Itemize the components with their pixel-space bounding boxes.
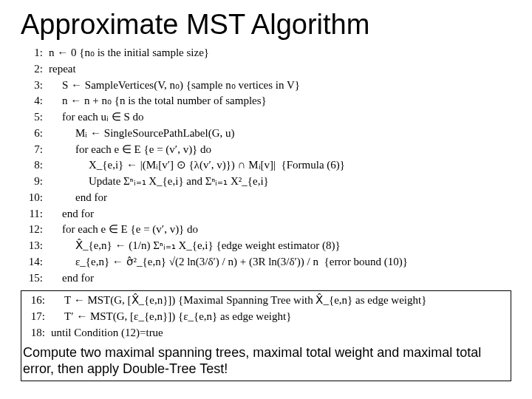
line-code: Update Σⁿᵢ₌₁ X_{e,i} and Σⁿᵢ₌₁ X²_{e,i} bbox=[49, 174, 269, 190]
annotation-note: Compute two maximal spanning trees, maxi… bbox=[23, 344, 506, 378]
algo-line: 18:until Condition (12)=true bbox=[23, 325, 506, 341]
line-code: n ← n + n₀ {n is the total number of sam… bbox=[49, 93, 267, 109]
line-code: S ← SampleVertices(V, n₀) {sample n₀ ver… bbox=[49, 78, 300, 94]
line-number: 18: bbox=[23, 325, 51, 341]
algo-line: 3:S ← SampleVertices(V, n₀) {sample n₀ v… bbox=[21, 78, 511, 94]
algo-line: 17:T′ ← MST(G, [ε_{e,n}]) {ε_{e,n} as ed… bbox=[23, 309, 506, 325]
line-code: Mᵢ ← SingleSourcePathLabel(G, u) bbox=[49, 126, 234, 142]
algorithm-boxed-lines: 16:T ← MST(G, [X̂_{e,n}]) {Maximal Spann… bbox=[23, 293, 506, 341]
algo-line: 16:T ← MST(G, [X̂_{e,n}]) {Maximal Spann… bbox=[23, 293, 506, 309]
page-title: Approximate MST Algorithm bbox=[21, 9, 511, 41]
line-code: until Condition (12)=true bbox=[51, 325, 163, 341]
line-code: for each uᵢ ∈ S do bbox=[49, 109, 144, 126]
line-number: 5: bbox=[21, 109, 49, 126]
line-code: for each e ∈ E {e = (v′, v)} do bbox=[49, 142, 211, 158]
line-number: 16: bbox=[23, 293, 51, 309]
line-code: X_{e,i} ← |(Mᵢ[v′] ⊙ {λ(v′, v)}) ∩ Mᵢ[v]… bbox=[49, 157, 345, 174]
line-number: 9: bbox=[21, 174, 49, 190]
line-code: ε_{e,n} ← σ̂²_{e,n} √(2 ln(3/δ′) / n) + … bbox=[49, 254, 408, 270]
line-code: end for bbox=[49, 270, 94, 287]
line-code: end for bbox=[49, 190, 107, 206]
line-number: 14: bbox=[21, 254, 49, 270]
line-number: 17: bbox=[23, 309, 51, 325]
algo-line: 4:n ← n + n₀ {n is the total number of s… bbox=[21, 93, 511, 109]
line-number: 8: bbox=[21, 157, 49, 174]
line-number: 1: bbox=[21, 45, 49, 61]
line-code: X̂_{e,n} ← (1/n) Σⁿᵢ₌₁ X_{e,i} {edge wei… bbox=[49, 238, 341, 254]
highlight-box: 16:T ← MST(G, [X̂_{e,n}]) {Maximal Spann… bbox=[21, 290, 511, 381]
algorithm-listing: 1:n ← 0 {n₀ is the initial sample size}2… bbox=[21, 45, 511, 286]
line-number: 11: bbox=[21, 206, 49, 222]
line-number: 6: bbox=[21, 126, 49, 142]
algo-line: 13:X̂_{e,n} ← (1/n) Σⁿᵢ₌₁ X_{e,i} {edge … bbox=[21, 238, 511, 254]
algo-line: 12:for each e ∈ E {e = (v′, v)} do bbox=[21, 222, 511, 238]
line-number: 15: bbox=[21, 270, 49, 287]
line-code: T ← MST(G, [X̂_{e,n}]) {Maximal Spanning… bbox=[51, 293, 426, 309]
line-code: n ← 0 {n₀ is the initial sample size} bbox=[49, 45, 209, 61]
algo-line: 11:end for bbox=[21, 206, 511, 222]
line-number: 4: bbox=[21, 93, 49, 109]
line-number: 13: bbox=[21, 238, 49, 254]
algo-line: 8:X_{e,i} ← |(Mᵢ[v′] ⊙ {λ(v′, v)}) ∩ Mᵢ[… bbox=[21, 157, 511, 174]
algo-line: 9:Update Σⁿᵢ₌₁ X_{e,i} and Σⁿᵢ₌₁ X²_{e,i… bbox=[21, 174, 511, 190]
algo-line: 14:ε_{e,n} ← σ̂²_{e,n} √(2 ln(3/δ′) / n)… bbox=[21, 254, 511, 270]
algo-line: 5:for each uᵢ ∈ S do bbox=[21, 109, 511, 126]
line-code: for each e ∈ E {e = (v′, v)} do bbox=[49, 222, 198, 238]
algo-line: 7:for each e ∈ E {e = (v′, v)} do bbox=[21, 142, 511, 158]
line-number: 12: bbox=[21, 222, 49, 238]
algo-line: 1:n ← 0 {n₀ is the initial sample size} bbox=[21, 45, 511, 61]
algo-line: 15:end for bbox=[21, 270, 511, 287]
line-code: end for bbox=[49, 206, 94, 222]
line-number: 10: bbox=[21, 190, 49, 206]
slide: Approximate MST Algorithm 1:n ← 0 {n₀ is… bbox=[0, 0, 532, 381]
line-number: 3: bbox=[21, 78, 49, 94]
algo-line: 10:end for bbox=[21, 190, 511, 206]
line-number: 7: bbox=[21, 142, 49, 158]
algo-line: 2:repeat bbox=[21, 61, 511, 78]
line-code: repeat bbox=[49, 61, 76, 78]
line-code: T′ ← MST(G, [ε_{e,n}]) {ε_{e,n} as edge … bbox=[51, 309, 291, 325]
algo-line: 6:Mᵢ ← SingleSourcePathLabel(G, u) bbox=[21, 126, 511, 142]
line-number: 2: bbox=[21, 61, 49, 78]
